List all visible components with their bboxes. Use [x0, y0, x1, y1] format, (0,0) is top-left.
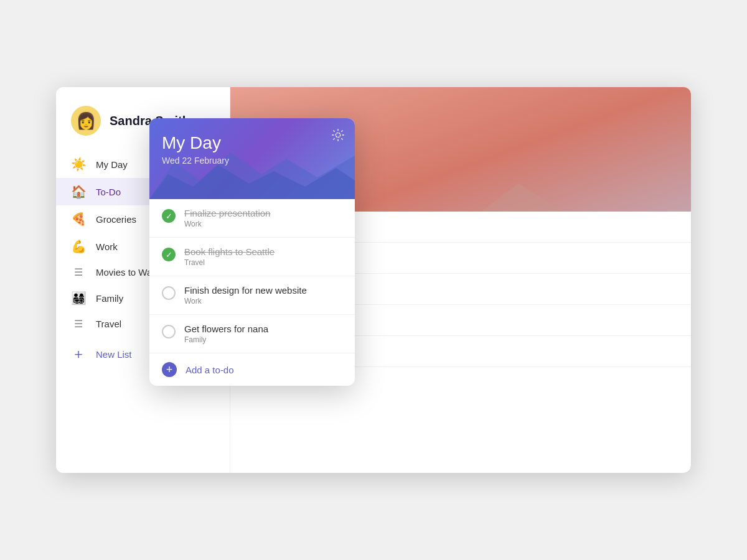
add-todo-icon: + — [162, 362, 177, 377]
task-item-flowers[interactable]: Get flowers for nana Family — [149, 315, 355, 353]
task-title-finalize: Finalize presentation — [184, 208, 270, 218]
task-category-flowers: Family — [184, 335, 268, 344]
pizza-icon: 🍕 — [71, 212, 86, 226]
travel-list-icon: ☰ — [71, 318, 86, 330]
task-title-design: Finish design for new website — [184, 285, 307, 296]
list-icon: ☰ — [71, 266, 86, 278]
task-text-finalize: Finalize presentation Work — [184, 208, 270, 228]
task-text-flowers: Get flowers for nana Family — [184, 324, 268, 344]
task-check-flowers[interactable] — [162, 325, 176, 338]
myday-header: My Day Wed 22 February — [149, 118, 355, 199]
task-category-finalize: Work — [184, 220, 270, 228]
svg-line-15 — [334, 131, 334, 131]
task-text-flights: Book flights to Seattle Travel — [184, 246, 275, 267]
task-title-flights: Book flights to Seattle — [184, 246, 275, 257]
myday-card: My Day Wed 22 February ✓ Finalize presen… — [149, 118, 355, 386]
home-icon: 🏠 — [71, 184, 86, 199]
plus-icon: ＋ — [71, 345, 86, 363]
task-check-design[interactable] — [162, 286, 176, 300]
muscle-icon: 💪 — [71, 239, 86, 254]
task-category-design: Work — [184, 297, 307, 306]
myday-date: Wed 22 February — [162, 156, 342, 166]
task-title-flowers: Get flowers for nana — [184, 324, 268, 334]
task-category-flights: Travel — [184, 258, 275, 267]
task-check-finalize[interactable]: ✓ — [162, 209, 176, 223]
task-list: ✓ Finalize presentation Work ✓ Book flig… — [149, 199, 355, 353]
task-check-flights[interactable]: ✓ — [162, 248, 176, 261]
task-item-finalize[interactable]: ✓ Finalize presentation Work — [149, 199, 355, 238]
svg-line-20 — [342, 131, 342, 131]
add-todo-label: Add a to-do — [186, 365, 234, 375]
task-item-design[interactable]: Finish design for new website Work — [149, 276, 355, 315]
sun-icon: ☀️ — [71, 157, 86, 172]
task-item-flights[interactable]: ✓ Book flights to Seattle Travel — [149, 238, 355, 276]
family-icon: 👨‍👩‍👧‍👦 — [71, 291, 86, 306]
add-todo-button[interactable]: + Add a to-do — [149, 353, 355, 386]
avatar: 👩 — [71, 106, 101, 136]
myday-title: My Day — [162, 133, 342, 153]
task-text-design: Finish design for new website Work — [184, 285, 307, 306]
